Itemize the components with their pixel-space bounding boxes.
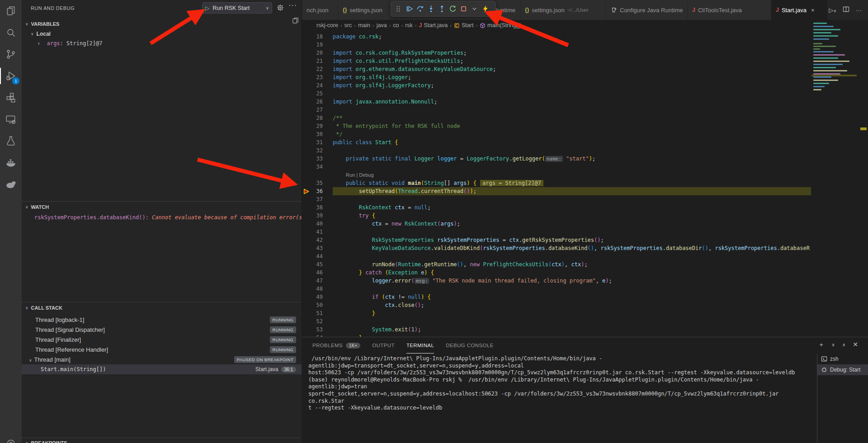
gutter[interactable]: 52 [302,317,333,325]
gutter[interactable]: 30 [302,130,333,138]
remote-explorer-icon[interactable] [0,108,22,130]
split-editor-icon[interactable] [843,6,849,14]
watch-expression[interactable]: rskSystemProperties.databaseKind(): Cann… [34,214,302,221]
gutter[interactable] [302,171,333,179]
run-configuration-button[interactable]: ▷ Run RSK Start ∨ [202,2,272,14]
tab-settings-json[interactable]: {}settings.json [338,0,395,20]
gutter[interactable]: 44 [302,252,333,260]
minimap[interactable] [811,22,857,330]
thread-row[interactable]: ∨Thread [main]PAUSED ON BREAKPOINT [22,354,302,364]
tab-settings-json[interactable]: {}settings.json~/.../User [520,0,606,20]
run-and-debug-icon[interactable]: 1 [0,65,22,87]
breadcrumb-item-start[interactable]: Start [454,22,473,28]
gutter[interactable]: 50 [302,301,333,309]
gutter[interactable]: 29 [302,122,333,130]
gutter[interactable]: 49 [302,293,333,301]
breadcrumb-item-src[interactable]: src [344,22,352,28]
gutter[interactable]: 21 [302,57,333,65]
tab-nch-json[interactable]: nch.json [302,0,338,20]
docker-icon[interactable] [0,152,22,174]
breadcrumb-item-main-string-[interactable]: main(String[]) [480,22,521,28]
panel-tab-output[interactable]: OUTPUT [372,337,395,353]
gutter[interactable]: 51 [302,309,333,317]
more-actions-icon[interactable]: ··· [288,1,297,9]
variables-scope-local[interactable]: ∨ Local [31,31,51,37]
run-java-icon[interactable]: ▷∨ [829,7,836,14]
thread-row[interactable]: Thread [Finalizer]RUNNING [22,335,302,344]
gutter[interactable]: 27 [302,106,333,114]
gutter[interactable]: 46 [302,269,333,277]
terminal-session-debug-start[interactable]: Debug: Start [817,364,868,375]
tab-clitoolstest-java[interactable]: JCliToolsTest.java [688,0,771,20]
new-terminal-icon[interactable]: ＋ [818,341,825,349]
restart-icon[interactable] [447,3,458,15]
gutter[interactable]: 35 [302,179,333,187]
testing-icon[interactable] [0,130,22,152]
gutter[interactable]: 41 [302,228,333,236]
debug-settings-gear-icon[interactable] [277,4,284,13]
gutter[interactable]: 53 [302,325,333,334]
gutter[interactable]: 25 [302,90,333,98]
terminal-session-zsh[interactable]: zsh [817,353,868,364]
gutter[interactable]: 45 [302,260,333,269]
terminal-output[interactable]: /usr/bin/env /Library/Internet\ Plug-Ins… [308,355,810,412]
gutter[interactable]: 47 [302,277,333,285]
gutter[interactable]: 26 [302,98,333,106]
gutter[interactable]: 37 [302,195,333,203]
gutter[interactable]: 54 [302,334,333,337]
gutter[interactable]: 32 [302,146,333,155]
variable-args[interactable]: › args: String[2]@7 [37,40,103,47]
gradle-icon[interactable] [0,174,22,195]
breadcrumb-item-rskj-core[interactable]: rskj-core [316,22,338,28]
search-icon[interactable] [0,22,22,43]
gutter[interactable]: 20 [302,49,333,57]
breadcrumb-item-java[interactable]: java [377,22,387,28]
breadcrumb-item-co[interactable]: co [393,22,399,28]
explorer-icon[interactable] [0,0,22,22]
thread-row[interactable]: Thread [Signal Dispatcher]RUNNING [22,325,302,335]
panel-tab-problems[interactable]: PROBLEMS1K+ [312,337,360,353]
close-panel-icon[interactable]: ✕ [853,341,858,349]
step-over-icon[interactable] [415,3,425,15]
gutter[interactable]: 31 [302,138,333,146]
chevron-down-icon[interactable]: ∨ [266,5,269,10]
extensions-icon[interactable] [0,87,22,108]
tab-configure-java-runtime[interactable]: Configure Java Runtime [606,0,688,20]
code-editor[interactable]: 18package co.rsk;1920import co.rsk.confi… [302,31,811,337]
step-into-icon[interactable] [425,3,436,15]
stop-icon[interactable] [458,3,469,15]
close-icon[interactable]: × [811,7,815,14]
panel-tab-debug-console[interactable]: DEBUG CONSOLE [446,337,494,353]
thread-row[interactable]: Thread [Reference Handler]RUNNING [22,344,302,354]
terminal-dropdown-icon[interactable]: ∨ [832,341,835,349]
thread-row[interactable]: Thread [logback-1]RUNNING [22,315,302,325]
continue-icon[interactable] [404,3,415,15]
gutter[interactable]: 18 [302,33,333,41]
breadcrumb-item-rsk[interactable]: rsk [405,22,413,28]
gutter[interactable]: 42 [302,236,333,244]
step-out-icon[interactable] [436,3,447,15]
gutter[interactable]: 24 [302,81,333,90]
gutter[interactable]: 39 [302,212,333,220]
maximize-panel-icon[interactable]: ∧ [842,341,845,349]
hot-code-replace-icon[interactable] [480,3,491,15]
gutter[interactable]: 22 [302,65,333,73]
watch-section-header[interactable]: ∨ WATCH [25,204,49,210]
settings-gear-icon[interactable] [5,438,17,443]
source-control-icon[interactable] [0,43,22,65]
gutter[interactable]: 48 [302,285,333,293]
overview-ruler[interactable] [857,20,868,337]
codelens-run-debug[interactable]: Run | Debug [346,172,374,178]
call-stack-section-header[interactable]: ∨ CALL STACK [25,305,62,311]
gutter[interactable]: 43 [302,244,333,252]
dropdown-icon[interactable] [469,3,480,15]
gutter[interactable]: 19 [302,41,333,49]
breadcrumb-item-main[interactable]: main [358,22,370,28]
breakpoints-section-header[interactable]: ∨ BREAKPOINTS [25,440,67,443]
gutter[interactable]: 33 [302,155,333,163]
stack-frame-row[interactable]: Start.main(String[])Start.java36:1 [22,364,302,374]
gutter[interactable]: 23 [302,73,333,81]
gutter[interactable]: 40 [302,220,333,228]
breadcrumb-item-start-java[interactable]: JStart.java [419,22,448,28]
gutter[interactable]: 36 [302,187,333,195]
